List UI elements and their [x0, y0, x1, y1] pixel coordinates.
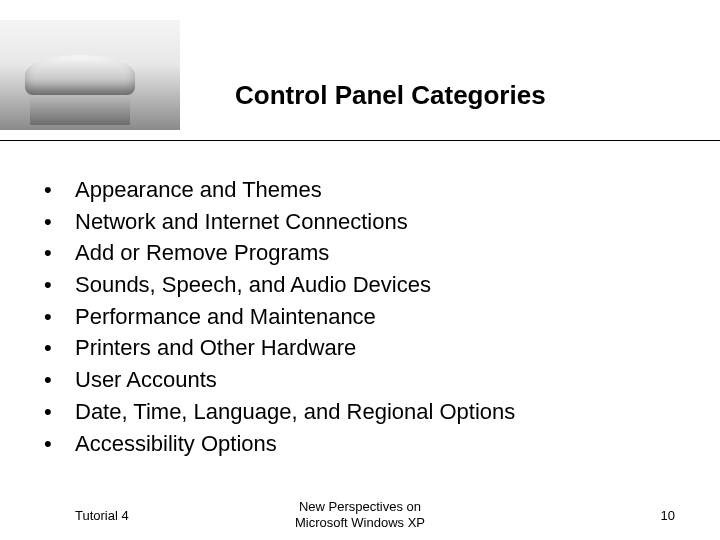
header-divider — [0, 140, 720, 141]
page-number: 10 — [661, 508, 675, 523]
slide-header: Control Panel Categories — [0, 0, 720, 140]
header-photo — [0, 20, 180, 130]
footer-center: New Perspectives on Microsoft Windows XP — [0, 499, 720, 530]
list-item: Date, Time, Language, and Regional Optio… — [30, 397, 690, 427]
slide: Control Panel Categories Appearance and … — [0, 0, 720, 540]
list-item: Appearance and Themes — [30, 175, 690, 205]
list-item: Sounds, Speech, and Audio Devices — [30, 270, 690, 300]
list-item: Accessibility Options — [30, 429, 690, 459]
list-item: Network and Internet Connections — [30, 207, 690, 237]
slide-title: Control Panel Categories — [235, 80, 546, 111]
footer-center-line1: New Perspectives on — [299, 499, 421, 514]
bullet-list: Appearance and Themes Network and Intern… — [30, 175, 690, 458]
xp-badge-icon — [696, 18, 720, 128]
slide-content: Appearance and Themes Network and Intern… — [30, 175, 690, 460]
list-item: Printers and Other Hardware — [30, 333, 690, 363]
footer-center-line2: Microsoft Windows XP — [295, 515, 425, 530]
list-item: User Accounts — [30, 365, 690, 395]
list-item: Add or Remove Programs — [30, 238, 690, 268]
list-item: Performance and Maintenance — [30, 302, 690, 332]
